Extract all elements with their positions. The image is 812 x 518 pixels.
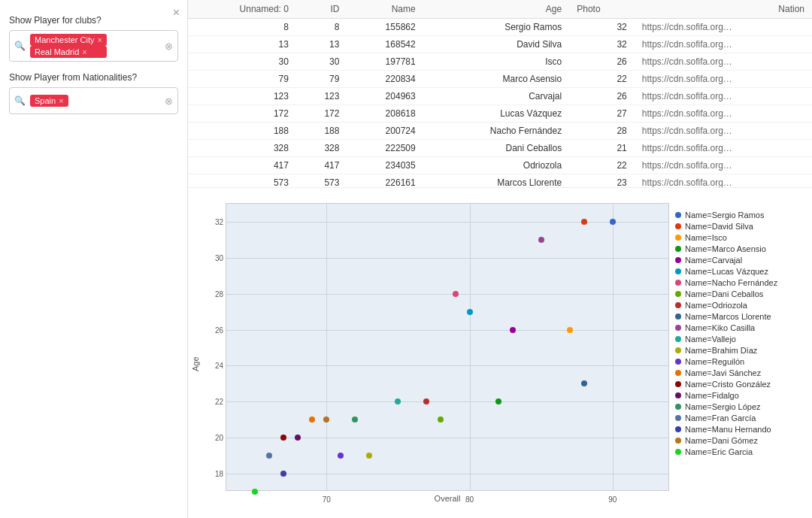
cell-photo: https://cdn.sofifa.org… xyxy=(635,88,812,105)
cell-unnamed: 573 xyxy=(188,174,296,189)
club-tag-close[interactable]: × xyxy=(97,35,102,44)
table-row: 79 79 220834 Marco Asensio 22 https://cd… xyxy=(188,71,812,88)
cell-unnamed: 328 xyxy=(188,140,296,157)
legend-label: Name=Kiko Casilla xyxy=(685,323,755,332)
scatter-dot xyxy=(280,435,286,441)
y-tick-label: 30 xyxy=(215,253,223,262)
nationalities-clear-button[interactable]: ⊗ xyxy=(165,95,173,107)
legend-label: Name=David Silva xyxy=(685,222,753,231)
table-column-header: Nation xyxy=(635,0,812,19)
table-column-header: ID xyxy=(296,0,347,19)
main-content: Unnamed: 0IDNameAgePhotoNation 8 8 15586… xyxy=(188,0,812,518)
x-tick-label: 70 xyxy=(323,495,331,504)
clubs-tag-input[interactable]: 🔍 Manchester City×Real Madrid× ⊗ xyxy=(9,30,178,62)
cell-id2: 220834 xyxy=(347,71,423,88)
cell-age: 28 xyxy=(569,123,635,140)
scatter-dot xyxy=(467,309,473,315)
club-tag: Manchester City× xyxy=(30,34,107,46)
scatter-dot xyxy=(495,398,501,404)
grid-line-y xyxy=(226,438,668,438)
cell-id2: 155862 xyxy=(347,19,423,36)
grid-line-y xyxy=(226,222,668,223)
legend-item: Name=Sergio Ramos xyxy=(675,211,798,220)
cell-id2: 208618 xyxy=(347,105,423,123)
legend-dot xyxy=(675,426,681,432)
legend-label: Name=Isco xyxy=(685,233,727,242)
cell-photo: https://cdn.sofifa.org… xyxy=(635,174,812,189)
legend-item: Name=Cristo González xyxy=(675,380,798,389)
scatter-dot xyxy=(581,380,587,386)
scatter-plot: 1820222426283032708090 xyxy=(226,203,669,491)
scatter-dot xyxy=(538,237,544,243)
scatter-dot xyxy=(295,435,301,441)
grid-line-x xyxy=(326,204,327,490)
legend-dot xyxy=(675,336,681,342)
legend-label: Name=Dani Ceballos xyxy=(685,289,763,298)
legend-item: Name=Dani Gómez xyxy=(675,436,798,445)
table-column-header: Age xyxy=(423,0,570,19)
cell-id: 188 xyxy=(296,123,347,140)
legend-dot xyxy=(675,325,681,331)
y-tick-label: 20 xyxy=(215,434,223,442)
y-tick-label: 28 xyxy=(215,289,223,298)
cell-age: 22 xyxy=(569,157,635,174)
cell-name: Odriozola xyxy=(423,157,570,174)
table-row: 417 417 234035 Odriozola 22 https://cdn.… xyxy=(188,157,812,174)
legend-label: Name=Fidalgo xyxy=(685,391,739,400)
cell-id2: 197781 xyxy=(347,53,423,71)
legend-dot xyxy=(675,235,681,241)
legend-dot xyxy=(675,404,681,410)
nationality-tag-close[interactable]: × xyxy=(59,96,63,105)
clubs-clear-button[interactable]: ⊗ xyxy=(165,41,173,52)
cell-age: 32 xyxy=(569,19,635,36)
legend-item: Name=Vallejo xyxy=(675,335,798,344)
cell-id: 30 xyxy=(296,53,347,71)
club-tag-close[interactable]: × xyxy=(82,47,86,56)
cell-name: Marco Asensio xyxy=(423,71,570,88)
legend-item: Name=David Silva xyxy=(675,222,798,231)
legend-label: Name=Vallejo xyxy=(685,335,736,344)
cell-id2: 200724 xyxy=(347,123,423,140)
legend-dot xyxy=(675,212,681,218)
cell-name: David Silva xyxy=(423,36,570,53)
nationalities-tag-input[interactable]: 🔍 Spain× ⊗ xyxy=(9,87,178,114)
scatter-dot xyxy=(366,453,372,459)
grid-line-y xyxy=(226,401,668,402)
cell-id: 172 xyxy=(296,105,347,123)
legend-label: Name=Sergio López xyxy=(685,402,761,411)
table-column-header: Unnamed: 0 xyxy=(188,0,296,19)
legend-label: Name=Cristo González xyxy=(685,380,771,389)
cell-photo: https://cdn.sofifa.org… xyxy=(635,157,812,174)
cell-id: 79 xyxy=(296,71,347,88)
data-table-container: Unnamed: 0IDNameAgePhotoNation 8 8 15586… xyxy=(188,0,812,188)
legend-dot xyxy=(675,449,681,455)
legend-label: Name=Fran García xyxy=(685,413,756,423)
table-row: 172 172 208618 Lucas Vázquez 27 https://… xyxy=(188,105,812,123)
clubs-section-label: Show Player for clubs? xyxy=(9,15,178,26)
scatter-dot xyxy=(338,453,344,459)
cell-id: 13 xyxy=(296,36,347,53)
legend-item: Name=Javi Sánchez xyxy=(675,368,798,377)
cell-unnamed: 172 xyxy=(188,105,296,123)
table-row: 188 188 200724 Nacho Fernández 28 https:… xyxy=(188,123,812,140)
cell-age: 26 xyxy=(569,88,635,105)
legend-label: Name=Marcos Llorente xyxy=(685,312,771,321)
cell-id2: 204963 xyxy=(347,88,423,105)
cell-name: Lucas Vázquez xyxy=(423,105,570,123)
close-button[interactable]: × xyxy=(173,6,180,20)
cell-unnamed: 188 xyxy=(188,123,296,140)
y-tick-label: 18 xyxy=(215,470,223,478)
legend-dot xyxy=(675,392,681,398)
y-tick-label: 32 xyxy=(215,217,223,226)
scatter-dot xyxy=(423,398,429,404)
legend-label: Name=Javi Sánchez xyxy=(685,368,761,377)
table-row: 328 328 222509 Dani Ceballos 21 https://… xyxy=(188,140,812,157)
y-tick-label: 24 xyxy=(215,362,223,370)
legend-item: Name=Fidalgo xyxy=(675,391,798,400)
cell-photo: https://cdn.sofifa.org… xyxy=(635,36,812,53)
legend-label: Name=Eric Garcia xyxy=(685,447,753,456)
legend-dot xyxy=(675,347,681,353)
cell-photo: https://cdn.sofifa.org… xyxy=(635,140,812,157)
cell-name: Carvajal xyxy=(423,88,570,105)
cell-id2: 234035 xyxy=(347,157,423,174)
